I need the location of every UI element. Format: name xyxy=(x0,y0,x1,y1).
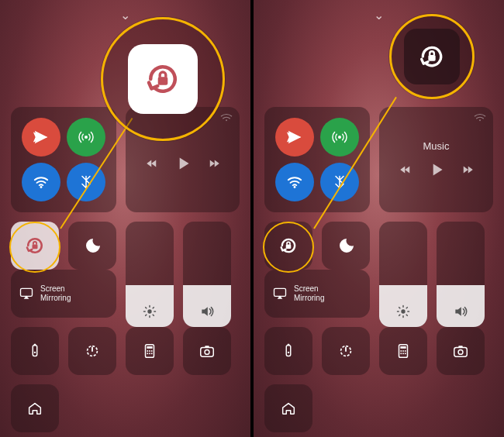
previous-track-icon[interactable] xyxy=(145,157,159,170)
airplay-indicator-icon xyxy=(219,112,233,126)
rotation-lock-icon xyxy=(278,235,299,256)
rotation-lock-zoom-tile xyxy=(128,44,198,114)
screen-mirroring-button[interactable]: Screen Mirroring xyxy=(11,270,116,318)
screen-mirroring-label: Screen Mirroring xyxy=(294,284,324,303)
calculator-button[interactable] xyxy=(126,327,174,375)
music-title: Music xyxy=(423,140,450,152)
flashlight-icon xyxy=(26,342,43,360)
calculator-button[interactable] xyxy=(379,327,427,375)
control-grid: Music xyxy=(264,107,493,437)
control-grid: Screen Mirroring xyxy=(11,107,240,437)
next-track-icon[interactable] xyxy=(207,157,221,170)
cellular-button[interactable] xyxy=(320,118,359,157)
play-icon[interactable] xyxy=(426,160,447,180)
collapse-caret[interactable]: ⌄ xyxy=(120,8,130,22)
moon-icon xyxy=(83,236,102,255)
rotation-lock-icon xyxy=(142,58,184,100)
timer-button[interactable] xyxy=(68,327,116,375)
flashlight-button[interactable] xyxy=(11,327,59,375)
camera-button[interactable] xyxy=(183,327,231,375)
home-button[interactable] xyxy=(264,384,312,432)
do-not-disturb-button[interactable] xyxy=(322,222,370,270)
calculator-icon xyxy=(141,342,158,360)
brightness-slider[interactable] xyxy=(379,222,427,327)
volume-slider[interactable] xyxy=(437,222,485,327)
rotation-lock-icon xyxy=(416,41,447,72)
camera-icon xyxy=(198,342,216,360)
control-center-left: ⌄ xyxy=(0,0,250,437)
control-center-right: ⌄ Music xyxy=(254,0,504,437)
timer-button[interactable] xyxy=(322,327,370,375)
volume-icon xyxy=(199,304,215,319)
brightness-icon xyxy=(142,304,157,319)
volume-slider[interactable] xyxy=(183,222,231,327)
rotation-lock-button[interactable] xyxy=(11,222,59,270)
home-icon xyxy=(280,400,297,417)
previous-track-icon[interactable] xyxy=(399,163,413,177)
flashlight-button[interactable] xyxy=(264,327,312,375)
rotation-lock-zoom-tile xyxy=(404,29,460,84)
home-button[interactable] xyxy=(11,384,59,432)
volume-icon xyxy=(453,304,468,319)
brightness-icon xyxy=(395,304,411,319)
camera-button[interactable] xyxy=(437,327,485,375)
flashlight-icon xyxy=(280,342,297,360)
airplay-icon xyxy=(19,286,34,301)
screen-mirroring-label: Screen Mirroring xyxy=(40,284,71,303)
collapse-caret[interactable]: ⌄ xyxy=(374,8,384,22)
music-widget[interactable]: Music xyxy=(379,107,493,212)
callout-zoom xyxy=(389,14,475,99)
wifi-button[interactable] xyxy=(22,163,60,201)
camera-icon xyxy=(452,342,469,360)
rotation-lock-icon xyxy=(23,234,47,257)
do-not-disturb-button[interactable] xyxy=(68,222,116,270)
airplane-mode-button[interactable] xyxy=(275,118,314,157)
connectivity-group[interactable] xyxy=(264,107,370,212)
timer-icon xyxy=(337,342,354,360)
airplay-indicator-icon xyxy=(473,112,487,126)
brightness-slider[interactable] xyxy=(126,222,174,327)
wifi-button[interactable] xyxy=(275,163,314,201)
moon-icon xyxy=(337,236,355,255)
timer-icon xyxy=(84,342,101,360)
cellular-button[interactable] xyxy=(67,118,105,157)
next-track-icon[interactable] xyxy=(461,163,475,177)
screen-mirroring-button[interactable]: Screen Mirroring xyxy=(264,270,370,318)
connectivity-group[interactable] xyxy=(11,107,116,212)
airplane-mode-button[interactable] xyxy=(22,118,60,157)
callout-zoom xyxy=(101,17,225,141)
bluetooth-button[interactable] xyxy=(320,163,359,201)
rotation-lock-button[interactable] xyxy=(264,222,312,270)
play-icon[interactable] xyxy=(173,153,193,174)
home-icon xyxy=(26,400,43,417)
airplay-icon xyxy=(272,286,288,301)
calculator-icon xyxy=(395,342,412,360)
